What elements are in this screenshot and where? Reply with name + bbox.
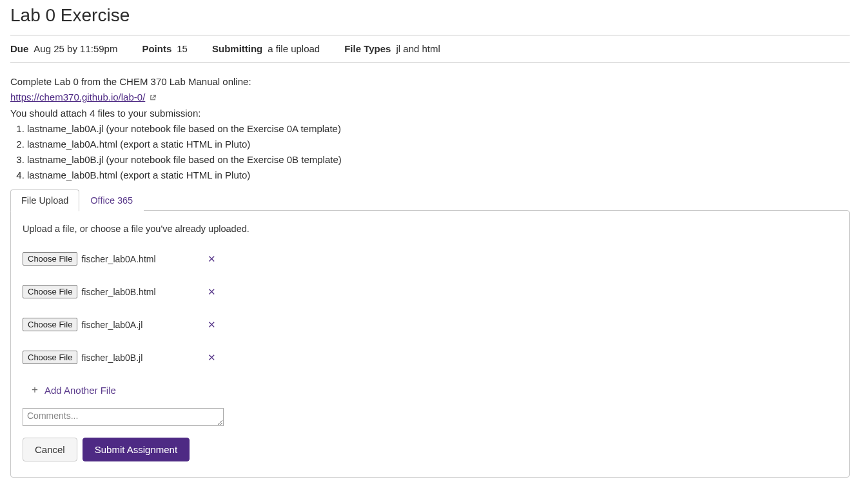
meta-submitting-value: a file upload bbox=[268, 43, 320, 54]
meta-due-value: Aug 25 by 11:59pm bbox=[34, 43, 117, 54]
file-row: Choose File fischer_lab0A.html ✕ bbox=[23, 252, 837, 266]
external-link-icon bbox=[150, 90, 157, 106]
cancel-button[interactable]: Cancel bbox=[23, 438, 77, 461]
file-row: Choose File fischer_lab0A.jl ✕ bbox=[23, 318, 837, 331]
upload-panel: Upload a file, or choose a file you've a… bbox=[10, 210, 850, 478]
meta-points: Points15 bbox=[142, 43, 188, 54]
meta-points-label: Points bbox=[142, 43, 171, 54]
comments-input[interactable] bbox=[23, 408, 224, 426]
tab-file-upload[interactable]: File Upload bbox=[10, 189, 79, 211]
meta-submitting: Submittinga file upload bbox=[212, 43, 320, 54]
description-line: Complete Lab 0 from the CHEM 370 Lab Man… bbox=[10, 74, 850, 90]
remove-file-icon[interactable]: ✕ bbox=[204, 286, 220, 298]
tab-office-365[interactable]: Office 365 bbox=[79, 189, 144, 211]
required-files-list: lastname_lab0A.jl (your notebook file ba… bbox=[10, 121, 850, 183]
list-item: lastname_lab0B.html (export a static HTM… bbox=[27, 168, 850, 183]
page-title: Lab 0 Exercise bbox=[10, 5, 850, 26]
file-row: Choose File fischer_lab0B.jl ✕ bbox=[23, 351, 837, 364]
submission-tabs: File Upload Office 365 bbox=[10, 189, 850, 211]
list-item: lastname_lab0A.html (export a static HTM… bbox=[27, 137, 850, 152]
file-name: fischer_lab0B.jl bbox=[81, 353, 197, 363]
assignment-meta: DueAug 25 by 11:59pm Points15 Submitting… bbox=[10, 35, 850, 62]
choose-file-button[interactable]: Choose File bbox=[23, 351, 77, 364]
remove-file-icon[interactable]: ✕ bbox=[204, 253, 220, 265]
upload-hint: Upload a file, or choose a file you've a… bbox=[23, 224, 837, 234]
button-row: Cancel Submit Assignment bbox=[23, 438, 837, 461]
description-line: You should attach 4 files to your submis… bbox=[10, 106, 850, 121]
choose-file-button[interactable]: Choose File bbox=[23, 318, 77, 331]
meta-filetypes-value: jl and html bbox=[396, 43, 440, 54]
meta-due: DueAug 25 by 11:59pm bbox=[10, 43, 117, 54]
list-item: lastname_lab0B.jl (your notebook file ba… bbox=[27, 152, 850, 168]
meta-filetypes: File Typesjl and html bbox=[344, 43, 440, 54]
choose-file-button[interactable]: Choose File bbox=[23, 252, 77, 266]
add-another-label: Add Another File bbox=[44, 385, 116, 396]
meta-submitting-label: Submitting bbox=[212, 43, 262, 54]
meta-filetypes-label: File Types bbox=[344, 43, 391, 54]
meta-points-value: 15 bbox=[177, 43, 188, 54]
file-name: fischer_lab0A.html bbox=[81, 254, 197, 264]
submit-assignment-button[interactable]: Submit Assignment bbox=[83, 438, 190, 461]
plus-icon: + bbox=[32, 383, 38, 396]
add-another-file-link[interactable]: + Add Another File bbox=[32, 383, 837, 396]
lab-manual-link[interactable]: https://chem370.github.io/lab-0/ bbox=[10, 92, 145, 102]
assignment-description: Complete Lab 0 from the CHEM 370 Lab Man… bbox=[10, 63, 850, 189]
choose-file-button[interactable]: Choose File bbox=[23, 285, 77, 298]
remove-file-icon[interactable]: ✕ bbox=[204, 319, 220, 331]
meta-due-label: Due bbox=[10, 43, 28, 54]
list-item: lastname_lab0A.jl (your notebook file ba… bbox=[27, 121, 850, 137]
file-row: Choose File fischer_lab0B.html ✕ bbox=[23, 285, 837, 298]
remove-file-icon[interactable]: ✕ bbox=[204, 352, 220, 363]
file-name: fischer_lab0B.html bbox=[81, 287, 197, 297]
file-name: fischer_lab0A.jl bbox=[81, 320, 197, 330]
